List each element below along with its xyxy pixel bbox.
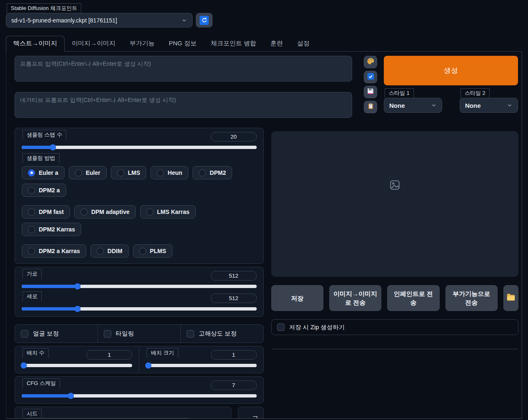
- clipboard-icon: [367, 102, 374, 112]
- tab-img2img[interactable]: 이미지→이미지: [65, 36, 123, 51]
- radio-icon: [28, 248, 35, 255]
- image-placeholder-icon: [389, 179, 400, 191]
- tab-png-info[interactable]: PNG 정보: [162, 36, 204, 51]
- cfg-group: CFG 스케일 7: [15, 376, 264, 404]
- generation-info-area: [271, 340, 519, 349]
- seed-label: 시드: [23, 409, 42, 419]
- check-square-icon: [367, 72, 375, 82]
- stable-diffusion-webui: Stable Diffusion 체크포인트 sd-v1-5-pruned-em…: [0, 0, 528, 420]
- height-slider[interactable]: [22, 307, 257, 311]
- sampler-euler-a[interactable]: Euler a: [22, 166, 65, 179]
- tiling-checkbox[interactable]: 타일링: [98, 325, 180, 343]
- refresh-checkpoint-button[interactable]: [196, 13, 213, 27]
- sampler-dpm2-a[interactable]: DPM2 a: [22, 184, 66, 197]
- seed-group: 시드: [15, 407, 231, 419]
- result-gallery: [271, 131, 519, 277]
- sampler-heun[interactable]: Heun: [150, 166, 188, 179]
- paste-params-button[interactable]: [364, 71, 377, 83]
- radio-icon: [28, 226, 35, 233]
- radio-icon: [199, 169, 206, 176]
- sampler-dpm2-karras[interactable]: DPM2 Karras: [22, 223, 81, 236]
- batch-size-label: 배치 크기: [147, 348, 178, 358]
- generate-button[interactable]: 생성: [384, 56, 518, 85]
- palette-icon: [366, 57, 375, 67]
- radio-icon: [75, 169, 82, 176]
- sampler-plms[interactable]: PLMS: [133, 244, 173, 258]
- radio-icon: [117, 169, 124, 176]
- zip-checkbox-row[interactable]: 저장 시 Zip 생성하기: [271, 319, 519, 335]
- cfg-scale-label: CFG 스케일: [23, 378, 60, 388]
- radio-icon: [97, 248, 104, 255]
- chevron-down-icon: [431, 102, 437, 108]
- seed-row: 시드: [15, 407, 264, 419]
- cfg-scale-value[interactable]: 7: [211, 380, 257, 390]
- width-slider[interactable]: [22, 285, 257, 288]
- checkpoint-bar: Stable Diffusion 체크포인트 sd-v1-5-pruned-em…: [0, 0, 528, 27]
- batch-size-slider[interactable]: [146, 364, 256, 367]
- radio-icon: [146, 209, 153, 216]
- zip-label: 저장 시 Zip 생성하기: [289, 323, 345, 331]
- radio-icon: [157, 169, 164, 176]
- sampling-method-options: Euler a Euler LMS Heun DPM2 DPM2 a DPM f…: [22, 166, 257, 258]
- prompt-input[interactable]: [15, 56, 352, 82]
- toggle-group: 얼굴 보정 타일링 고해상도 보정: [15, 324, 264, 343]
- sampler-dpm2-a-karras[interactable]: DPM2 a Karras: [22, 244, 86, 258]
- sampling-method-label: 샘플링 방법: [23, 153, 60, 163]
- checkbox-icon: [277, 323, 285, 331]
- tab-txt2img[interactable]: 텍스트→이미지: [6, 36, 65, 52]
- batch-size-value[interactable]: 1: [211, 350, 257, 360]
- batch-count-value[interactable]: 1: [86, 350, 132, 360]
- seed-advanced-group: 고급: [238, 407, 264, 419]
- sampler-lms[interactable]: LMS: [111, 166, 147, 179]
- batch-count-label: 배치 수: [23, 348, 49, 358]
- checkbox-icon: [187, 330, 194, 338]
- prompt-tools: [364, 56, 377, 119]
- save-button[interactable]: 저장: [271, 285, 323, 311]
- height-value[interactable]: 512: [211, 293, 257, 303]
- radio-icon: [139, 248, 146, 255]
- restore-faces-checkbox[interactable]: 얼굴 보정: [15, 325, 98, 343]
- cfg-scale-slider[interactable]: [22, 394, 257, 398]
- tab-extras[interactable]: 부가기능: [123, 36, 162, 51]
- width-value[interactable]: 512: [211, 271, 257, 281]
- sampling-group: 샘플링 스텝 수 20 샘플링 방법 Euler a Euler LMS Heu…: [15, 128, 264, 264]
- checkbox-icon: [104, 330, 111, 338]
- chevron-down-icon: [507, 102, 513, 108]
- style1-select[interactable]: None: [384, 98, 442, 113]
- send-to-inpaint-button[interactable]: 인페인트로 전송: [387, 285, 439, 311]
- batch-group: 배치 수 1 배치 크기 1: [15, 346, 264, 373]
- style2-select[interactable]: None: [460, 98, 518, 113]
- sampler-dpm-fast[interactable]: DPM fast: [22, 205, 70, 219]
- txt2img-panel: 생성 스타일 1 None 스타일 2: [6, 52, 522, 419]
- tab-train[interactable]: 훈련: [263, 36, 290, 51]
- roll-art-button[interactable]: [364, 56, 377, 68]
- refresh-icon: [200, 16, 209, 25]
- sampler-lms-karras[interactable]: LMS Karras: [140, 205, 196, 219]
- checkpoint-select[interactable]: sd-v1-5-pruned-emaonly.ckpt [81761151]: [6, 13, 193, 27]
- seed-advanced-label: 고급: [252, 414, 259, 419]
- sampler-euler[interactable]: Euler: [69, 166, 107, 179]
- save-style-button[interactable]: [364, 86, 377, 98]
- main-tabs: 텍스트→이미지 이미지→이미지 부가기능 PNG 정보 체크포인트 병합 훈련 …: [6, 36, 522, 52]
- highres-fix-checkbox[interactable]: 고해상도 보정: [180, 325, 263, 343]
- seed-input[interactable]: [22, 418, 192, 419]
- tab-settings[interactable]: 설정: [290, 36, 317, 51]
- sampling-steps-value[interactable]: 20: [211, 132, 257, 142]
- radio-icon: [28, 209, 35, 216]
- open-folder-button[interactable]: [503, 285, 518, 311]
- style1-label: 스타일 1: [385, 88, 414, 98]
- send-to-img2img-button[interactable]: 이미지→이미지로 전송: [329, 285, 381, 311]
- style2-label: 스타일 2: [460, 88, 490, 98]
- checkpoint-label: Stable Diffusion 체크포인트: [7, 3, 81, 13]
- tab-checkpoint-merger[interactable]: 체크포인트 병합: [204, 36, 263, 51]
- negative-prompt-input[interactable]: [15, 92, 352, 118]
- send-to-extras-button[interactable]: 부가기능으로 전송: [445, 285, 498, 311]
- style1-value: None: [389, 102, 405, 109]
- sampler-ddim[interactable]: DDIM: [90, 244, 129, 258]
- sampler-dpm2[interactable]: DPM2: [193, 166, 232, 179]
- sampler-dpm-adaptive[interactable]: DPM adaptive: [74, 205, 136, 219]
- batch-count-slider[interactable]: [22, 364, 132, 367]
- apply-style-button[interactable]: [364, 101, 377, 113]
- sampling-steps-slider[interactable]: [22, 146, 257, 149]
- output-buttons: 저장 이미지→이미지로 전송 인페인트로 전송 부가기능으로 전송: [271, 285, 519, 311]
